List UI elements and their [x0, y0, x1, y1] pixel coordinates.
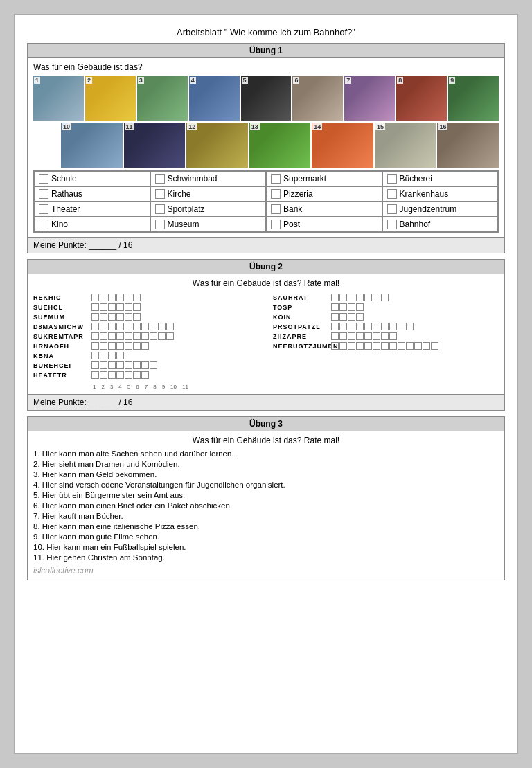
anagram-box[interactable]: [389, 342, 397, 350]
anagram-box[interactable]: [125, 371, 132, 379]
anagram-box[interactable]: [356, 313, 364, 321]
anagram-box[interactable]: [108, 332, 116, 340]
anagram-box[interactable]: [373, 323, 380, 330]
anagram-box[interactable]: [125, 361, 132, 369]
anagram-box[interactable]: [116, 361, 124, 369]
anagram-box[interactable]: [406, 323, 414, 330]
anagram-box[interactable]: [348, 332, 355, 340]
vocab-checkbox-15[interactable]: [387, 220, 397, 229]
anagram-box[interactable]: [381, 294, 389, 301]
vocab-checkbox-14[interactable]: [271, 220, 281, 229]
anagram-box[interactable]: [141, 342, 149, 350]
anagram-box[interactable]: [91, 342, 99, 350]
anagram-box[interactable]: [125, 323, 132, 330]
anagram-box[interactable]: [108, 371, 116, 379]
anagram-box[interactable]: [125, 332, 132, 340]
anagram-box[interactable]: [398, 323, 405, 330]
vocab-checkbox-6[interactable]: [271, 189, 281, 199]
anagram-box[interactable]: [414, 342, 422, 350]
anagram-box[interactable]: [100, 332, 107, 340]
anagram-box[interactable]: [125, 303, 132, 311]
anagram-box[interactable]: [133, 303, 141, 311]
anagram-box[interactable]: [141, 371, 149, 379]
anagram-box[interactable]: [108, 294, 116, 301]
anagram-box[interactable]: [339, 303, 347, 311]
anagram-box[interactable]: [125, 313, 132, 321]
anagram-box[interactable]: [141, 323, 149, 330]
anagram-box[interactable]: [364, 294, 372, 301]
anagram-box[interactable]: [100, 294, 107, 301]
anagram-box[interactable]: [339, 294, 347, 301]
anagram-box[interactable]: [158, 332, 166, 340]
anagram-box[interactable]: [348, 294, 355, 301]
anagram-box[interactable]: [348, 313, 355, 321]
anagram-box[interactable]: [381, 323, 389, 330]
anagram-box[interactable]: [398, 342, 405, 350]
anagram-box[interactable]: [100, 352, 107, 359]
anagram-box[interactable]: [364, 323, 372, 330]
anagram-box[interactable]: [423, 342, 430, 350]
anagram-box[interactable]: [125, 342, 132, 350]
anagram-box[interactable]: [141, 361, 149, 369]
vocab-checkbox-3[interactable]: [387, 174, 397, 184]
anagram-box[interactable]: [141, 332, 149, 340]
anagram-box[interactable]: [150, 323, 157, 330]
anagram-box[interactable]: [406, 342, 414, 350]
anagram-box[interactable]: [100, 371, 107, 379]
anagram-box[interactable]: [91, 323, 99, 330]
anagram-box[interactable]: [91, 361, 99, 369]
anagram-box[interactable]: [356, 303, 364, 311]
anagram-box[interactable]: [108, 342, 116, 350]
anagram-box[interactable]: [133, 371, 141, 379]
anagram-box[interactable]: [133, 342, 141, 350]
anagram-box[interactable]: [158, 323, 166, 330]
vocab-checkbox-12[interactable]: [39, 220, 48, 229]
anagram-box[interactable]: [166, 323, 174, 330]
anagram-box[interactable]: [116, 371, 124, 379]
anagram-box[interactable]: [100, 323, 107, 330]
anagram-box[interactable]: [108, 361, 116, 369]
anagram-box[interactable]: [150, 361, 157, 369]
anagram-box[interactable]: [356, 294, 364, 301]
anagram-box[interactable]: [389, 323, 397, 330]
anagram-box[interactable]: [381, 332, 389, 340]
anagram-box[interactable]: [339, 323, 347, 330]
anagram-box[interactable]: [91, 294, 99, 301]
anagram-box[interactable]: [91, 332, 99, 340]
anagram-box[interactable]: [116, 294, 124, 301]
anagram-box[interactable]: [373, 332, 380, 340]
anagram-box[interactable]: [339, 313, 347, 321]
anagram-box[interactable]: [339, 342, 347, 350]
anagram-box[interactable]: [116, 323, 124, 330]
vocab-checkbox-1[interactable]: [155, 174, 165, 184]
anagram-box[interactable]: [100, 342, 107, 350]
vocab-checkbox-4[interactable]: [39, 189, 48, 199]
vocab-checkbox-5[interactable]: [155, 189, 165, 199]
anagram-box[interactable]: [364, 342, 372, 350]
vocab-checkbox-0[interactable]: [39, 174, 48, 184]
anagram-box[interactable]: [348, 303, 355, 311]
anagram-box[interactable]: [331, 332, 339, 340]
anagram-box[interactable]: [431, 342, 438, 350]
anagram-box[interactable]: [108, 352, 116, 359]
anagram-box[interactable]: [150, 332, 157, 340]
anagram-box[interactable]: [389, 332, 397, 340]
anagram-box[interactable]: [331, 313, 339, 321]
anagram-box[interactable]: [100, 303, 107, 311]
anagram-box[interactable]: [133, 313, 141, 321]
anagram-box[interactable]: [91, 371, 99, 379]
anagram-box[interactable]: [364, 332, 372, 340]
anagram-box[interactable]: [91, 352, 99, 359]
anagram-box[interactable]: [348, 342, 355, 350]
anagram-box[interactable]: [331, 323, 339, 330]
vocab-checkbox-8[interactable]: [39, 204, 48, 214]
vocab-checkbox-13[interactable]: [155, 220, 165, 229]
anagram-box[interactable]: [356, 332, 364, 340]
anagram-box[interactable]: [348, 323, 355, 330]
vocab-checkbox-9[interactable]: [155, 204, 165, 214]
anagram-box[interactable]: [339, 332, 347, 340]
anagram-box[interactable]: [331, 342, 339, 350]
anagram-box[interactable]: [381, 342, 389, 350]
vocab-checkbox-2[interactable]: [271, 174, 281, 184]
anagram-box[interactable]: [356, 323, 364, 330]
